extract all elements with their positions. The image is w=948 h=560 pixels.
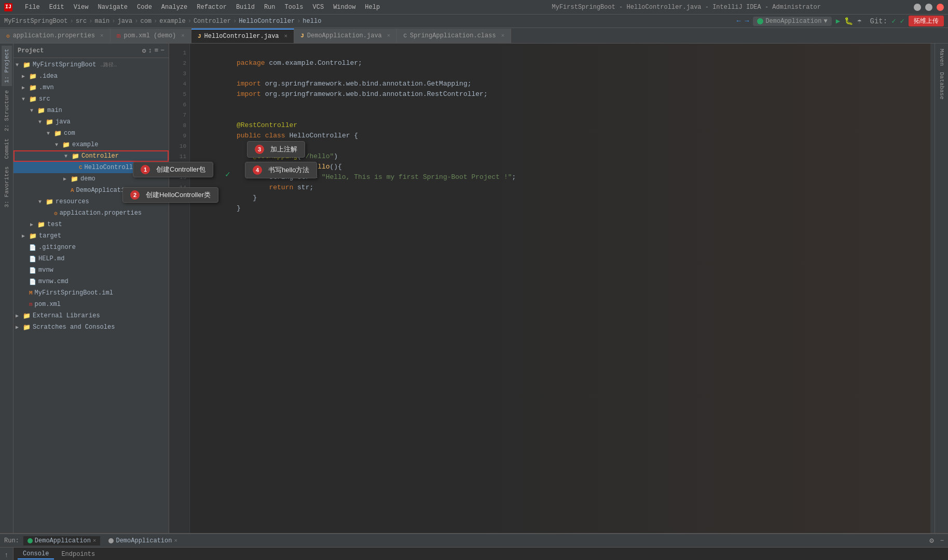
tree-mvn[interactable]: ▶ 📁 .mvn: [13, 82, 169, 93]
tab-close-icon[interactable]: ×: [501, 33, 505, 39]
tree-src[interactable]: ▼ 📁 src: [13, 93, 169, 105]
menu-navigate[interactable]: Navigate: [93, 3, 132, 12]
tree-mvnw[interactable]: 📄 mvnw: [13, 264, 169, 276]
run-button[interactable]: ▶: [836, 17, 840, 25]
sidebar-gear-icon[interactable]: ⚙: [142, 47, 146, 55]
tree-java-label: java: [56, 118, 71, 125]
tree-test[interactable]: ▶ 📁 test: [13, 219, 169, 230]
tree-gitignore[interactable]: 📄 .gitignore: [13, 242, 169, 253]
menu-vcs[interactable]: VCS: [309, 3, 328, 12]
console-inner-tab-endpoints[interactable]: Endpoints: [56, 550, 100, 559]
tab-close-icon[interactable]: ×: [181, 33, 185, 39]
tab-application-properties[interactable]: ⚙ application.properties ×: [0, 29, 111, 43]
maximize-button[interactable]: [925, 4, 932, 11]
java-file-icon: A: [71, 187, 74, 193]
console-minimize-btn[interactable]: −: [940, 537, 944, 544]
sidebar-settings-icon[interactable]: ≡: [154, 47, 158, 55]
menu-refactor[interactable]: Refactor: [193, 3, 231, 12]
menu-window[interactable]: Window: [329, 3, 360, 12]
menu-file[interactable]: File: [21, 3, 44, 12]
tree-helpmd[interactable]: 📄 HELP.md: [13, 253, 169, 264]
tree-scratches[interactable]: ▶ 📁 Scratches and Consoles: [13, 321, 169, 333]
menu-code[interactable]: Code: [133, 3, 156, 12]
tree-mvnw-label: mvnw: [38, 267, 53, 274]
tree-java-folder[interactable]: ▼ 📁 java: [13, 116, 169, 128]
code-content[interactable]: package com.example.Controller; import o…: [190, 44, 935, 533]
folder-icon: 📁: [46, 118, 53, 126]
breadcrumb-main[interactable]: main: [94, 18, 109, 25]
breadcrumb-java[interactable]: java: [117, 18, 132, 25]
tree-demo-label: demo: [80, 175, 95, 183]
console-tab-1[interactable]: DemoApplication ×: [23, 536, 101, 545]
tab-close-icon[interactable]: ×: [284, 33, 288, 39]
upload-button[interactable]: 拓维上传: [909, 16, 944, 26]
breadcrumb-controller[interactable]: Controller: [194, 18, 231, 25]
project-tab-btn[interactable]: 1: Project: [2, 46, 12, 86]
coverage-button[interactable]: ☂: [857, 17, 861, 25]
folder-icon: 📁: [23, 312, 31, 320]
tree-controller-folder[interactable]: ▼ 📁 Controller: [13, 150, 169, 162]
tree-idea-label: .idea: [39, 73, 58, 80]
menu-edit[interactable]: Edit: [45, 3, 68, 12]
maven-tab[interactable]: Maven: [937, 46, 947, 69]
menu-help[interactable]: Help: [361, 3, 384, 12]
run-config-dropdown[interactable]: DemoApplication ▼: [753, 17, 831, 26]
tree-idea[interactable]: ▶ 📁 .idea: [13, 71, 169, 82]
tree-main[interactable]: ▼ 📁 main: [13, 105, 169, 116]
code-line-6: [196, 100, 928, 110]
tab-close-icon[interactable]: ×: [100, 33, 104, 39]
console-tab-bar: Run: DemoApplication × DemoApplication ×…: [0, 534, 948, 548]
tree-app-props[interactable]: ⚙ application.properties: [13, 207, 169, 219]
console-tab-2[interactable]: DemoApplication ×: [104, 536, 182, 545]
nav-forward-icon[interactable]: →: [745, 17, 749, 25]
console-tab-close2[interactable]: ×: [174, 538, 177, 544]
tree-root[interactable]: ▼ 📁 MyFirstSpringBoot …路径…: [13, 59, 169, 71]
tree-example[interactable]: ▼ 📁 example: [13, 139, 169, 150]
tree-mvnwcmd-label: mvnw.cmd: [38, 278, 68, 285]
project-tree: ▼ 📁 MyFirstSpringBoot …路径… ▶ 📁 .idea ▶ 📁…: [13, 58, 169, 533]
structure-tab-btn[interactable]: 2: Structure: [2, 87, 12, 134]
tree-pomxml[interactable]: m pom.xml: [13, 299, 169, 310]
menu-run[interactable]: Run: [260, 3, 280, 12]
breadcrumb-hello[interactable]: hello: [303, 18, 321, 25]
folder-icon: 📁: [37, 107, 45, 115]
close-button[interactable]: [937, 4, 944, 11]
tree-target[interactable]: ▶ 📁 target: [13, 230, 169, 242]
tree-com[interactable]: ▼ 📁 com: [13, 128, 169, 139]
tab-close-icon[interactable]: ×: [387, 33, 391, 39]
code-editor[interactable]: 1 2 3 4 5 6 7 8 9 10 11 12 13 14 15 pack…: [169, 44, 935, 533]
menu-view[interactable]: View: [70, 3, 93, 12]
tree-test-label: test: [47, 221, 62, 228]
menu-build[interactable]: Build: [232, 3, 259, 12]
project-sidebar: Project ⚙ ↕ ≡ − ▼ 📁 MyFirstSpringBoot …路…: [13, 44, 169, 533]
breadcrumb-src[interactable]: src: [76, 18, 87, 25]
console-restart-btn[interactable]: ↑: [2, 550, 12, 560]
menu-analyze[interactable]: Analyze: [157, 3, 191, 12]
sidebar-close-icon[interactable]: −: [160, 47, 164, 55]
editor-area[interactable]: 1 2 3 4 5 6 7 8 9 10 11 12 13 14 15 pack…: [169, 44, 935, 533]
minimize-button[interactable]: [914, 4, 921, 11]
breadcrumb-item[interactable]: MyFirstSpringBoot: [4, 18, 67, 25]
tab-pomxml[interactable]: m pom.xml (demo) ×: [111, 29, 191, 43]
breadcrumb-hellocontroller[interactable]: HelloController: [239, 18, 295, 25]
tab-springapplication[interactable]: C SpringApplication.class ×: [397, 29, 511, 43]
menu-tools[interactable]: Tools: [281, 3, 308, 12]
tab-demoapplication[interactable]: J DemoApplication.java ×: [294, 29, 397, 43]
nav-back-icon[interactable]: ←: [737, 17, 741, 25]
commit-tab-btn[interactable]: Commit: [2, 135, 12, 162]
database-tab[interactable]: Database: [937, 69, 947, 103]
editor-scrollbar[interactable]: [930, 44, 935, 533]
breadcrumb-com[interactable]: com: [140, 18, 152, 25]
console-settings-btn[interactable]: ⚙: [929, 536, 933, 545]
tree-iml[interactable]: M MyFirstSpringBoot.iml: [13, 287, 169, 299]
tree-external-libs[interactable]: ▶ 📁 External Libraries: [13, 310, 169, 321]
breadcrumb-example[interactable]: example: [159, 18, 185, 25]
favorites-tab-btn[interactable]: 3: Favorites: [2, 163, 12, 211]
debug-button[interactable]: 🐛: [844, 17, 853, 25]
tree-mvnwcmd[interactable]: 📄 mvnw.cmd: [13, 276, 169, 287]
console-inner-tab-console[interactable]: Console: [18, 549, 54, 559]
sidebar-expand-icon[interactable]: ↕: [148, 47, 153, 55]
tree-com-label: com: [64, 130, 75, 137]
console-tab-close[interactable]: ×: [93, 538, 97, 544]
tab-hellocontroller[interactable]: J HelloController.java ×: [191, 29, 294, 43]
